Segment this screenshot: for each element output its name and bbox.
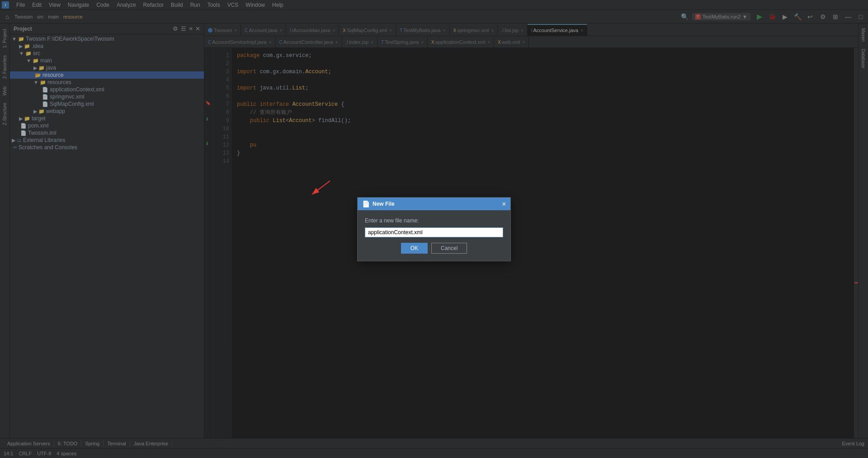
new-file-dialog: 📄 New File × Enter a new file name: OK C… xyxy=(357,197,511,261)
dialog-title-bar: 📄 New File × xyxy=(358,198,510,210)
dialog-ok-button[interactable]: OK xyxy=(401,243,428,254)
dialog-buttons: OK Cancel xyxy=(365,243,503,254)
dialog-icon: 📄 xyxy=(362,200,370,208)
new-filename-input[interactable] xyxy=(365,227,503,237)
dialog-cancel-button[interactable]: Cancel xyxy=(431,243,467,254)
dialog-close-button[interactable]: × xyxy=(502,200,506,208)
modal-overlay: 📄 New File × Enter a new file name: OK C… xyxy=(0,0,868,458)
arrow-annotation xyxy=(289,176,344,203)
dialog-title: New File xyxy=(373,201,395,207)
dialog-body: Enter a new file name: OK Cancel xyxy=(358,210,510,261)
svg-line-1 xyxy=(312,181,330,194)
dialog-label: Enter a new file name: xyxy=(365,217,503,224)
